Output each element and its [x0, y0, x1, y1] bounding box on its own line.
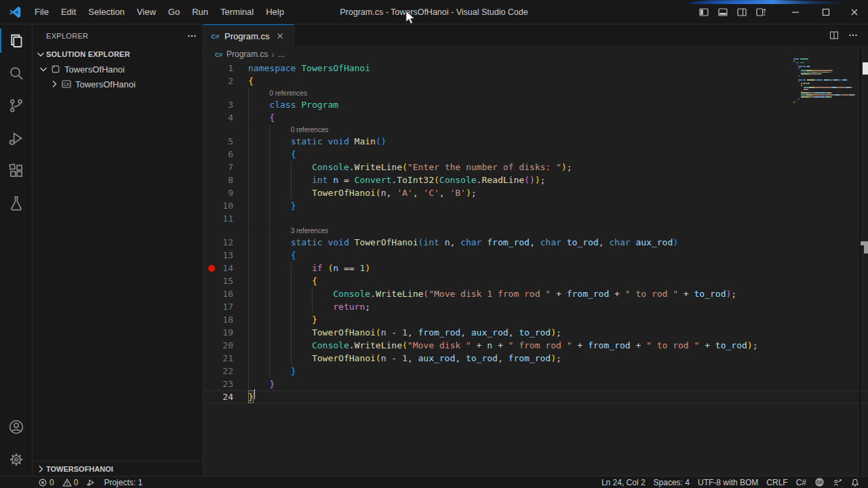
split-editor-icon[interactable]	[825, 24, 844, 47]
code-line-17[interactable]: 17return;	[203, 300, 868, 313]
line-number[interactable]: 12	[203, 236, 233, 249]
code-line-6[interactable]: 6{	[203, 148, 868, 161]
status-notifications[interactable]	[846, 476, 864, 488]
tree-item-towersofhanoi[interactable]: C#TowersOfHanoi	[33, 77, 203, 92]
code-line-18[interactable]: 18}	[203, 313, 868, 326]
line-number[interactable]: 18	[203, 313, 233, 326]
line-number[interactable]: 23	[203, 378, 233, 390]
activity-source-control[interactable]	[0, 89, 33, 122]
line-number[interactable]: 16	[203, 287, 233, 300]
codelens-reference[interactable]: 3 references	[248, 225, 868, 236]
code-line-9[interactable]: 9TowerOfHanoi(n, 'A', 'C', 'B');	[203, 186, 868, 199]
line-number[interactable]: 24	[203, 390, 233, 403]
line-number[interactable]: 1	[203, 62, 233, 75]
section-solution-explorer[interactable]: SOLUTION EXPLORER	[33, 47, 203, 62]
line-number[interactable]: 13	[203, 249, 233, 262]
code-line-1[interactable]: 1namespace TowersOfHanoi	[203, 62, 868, 75]
code-line-20[interactable]: 20Console.WriteLine("Move disk " + n + "…	[203, 339, 868, 352]
activity-run-and-debug[interactable]	[0, 122, 33, 155]
line-number[interactable]: 11	[203, 212, 233, 225]
status-cursor-position[interactable]: Ln 24, Col 2	[597, 476, 650, 488]
codelens-reference[interactable]: 0 references	[248, 87, 868, 98]
tab-close-icon[interactable]	[273, 29, 287, 43]
menu-view[interactable]: View	[131, 3, 162, 21]
indent-guide	[248, 262, 269, 274]
code-line-22[interactable]: 22}	[203, 365, 868, 378]
code-editor[interactable]: 1namespace TowersOfHanoi2{0 references3c…	[203, 62, 868, 403]
code-token: " from rod "	[509, 339, 572, 352]
line-number[interactable]: 8	[203, 174, 233, 186]
activity-settings[interactable]	[0, 443, 33, 476]
status-feedback[interactable]	[829, 476, 846, 488]
status-encoding[interactable]: UTF-8 with BOM	[694, 476, 762, 488]
line-number[interactable]: 7	[203, 161, 233, 174]
code-line-4[interactable]: 4{	[203, 111, 868, 124]
menu-selection[interactable]: Selection	[82, 3, 130, 21]
activity-search[interactable]	[0, 57, 33, 89]
code-line-12[interactable]: 12static void TowerOfHanoi(int n, char f…	[203, 236, 868, 249]
activity-testing[interactable]	[0, 187, 33, 220]
code-line-10[interactable]: 10}	[203, 199, 868, 212]
menu-run[interactable]: Run	[186, 3, 214, 21]
minimap[interactable]	[793, 58, 860, 104]
code-line-3[interactable]: 3class Program	[203, 98, 868, 111]
line-number[interactable]: 3	[203, 98, 233, 111]
line-number[interactable]: 19	[203, 326, 233, 339]
line-number[interactable]: 2	[203, 75, 233, 87]
line-number[interactable]: 9	[203, 186, 233, 199]
codelens-reference[interactable]: 0 references	[248, 124, 868, 135]
more-actions-icon[interactable]	[844, 24, 863, 47]
status-projects[interactable]: Projects: 1	[100, 476, 146, 488]
breadcrumb-file[interactable]: Program.cs	[226, 49, 268, 59]
breakpoint-icon[interactable]	[208, 265, 215, 272]
line-number[interactable]: 5	[203, 135, 233, 148]
activity-extensions[interactable]	[0, 155, 33, 187]
activity-explorer[interactable]	[0, 24, 33, 57]
menu-terminal[interactable]: Terminal	[214, 3, 260, 21]
status-problems-warnings[interactable]: 0	[58, 476, 83, 488]
code-line-15[interactable]: 15{	[203, 274, 868, 287]
code-line-14[interactable]: 14if (n == 1)	[203, 262, 868, 274]
code-line-2[interactable]: 2{	[203, 75, 868, 87]
vscode-logo-icon[interactable]	[8, 5, 22, 19]
line-number[interactable]: 10	[203, 199, 233, 212]
line-number[interactable]: 21	[203, 352, 233, 365]
code-line-5[interactable]: 5static void Main()	[203, 135, 868, 148]
status-debug-status[interactable]	[82, 476, 100, 488]
line-number[interactable]: 6	[203, 148, 233, 161]
menu-help[interactable]: Help	[260, 3, 290, 21]
status-language-mode[interactable]: C#	[792, 476, 810, 488]
status-csharp-project-status[interactable]: C#	[810, 476, 829, 488]
code-line-19[interactable]: 19TowerOfHanoi(n - 1, from_rod, aux_rod,…	[203, 326, 868, 339]
code-token: (	[402, 161, 408, 174]
code-line-8[interactable]: 8int n = Convert.ToInt32(Console.ReadLin…	[203, 174, 868, 186]
tree-item-towersofhanoi[interactable]: TowersOfHanoi	[33, 62, 203, 77]
status-problems-errors[interactable]: 0	[34, 476, 58, 488]
indent-guide	[248, 287, 269, 300]
explorer-header: EXPLORER	[33, 24, 203, 47]
code-line-13[interactable]: 13{	[203, 249, 868, 262]
breadcrumb-symbol[interactable]: ...	[278, 49, 285, 59]
tab-program-cs[interactable]: C# Program.cs	[203, 24, 294, 47]
code-line-23[interactable]: 23}	[203, 378, 868, 390]
code-line-21[interactable]: 21TowerOfHanoi(n - 1, aux_rod, to_rod, f…	[203, 352, 868, 365]
status-indentation[interactable]: Spaces: 4	[650, 476, 694, 488]
line-number[interactable]: 22	[203, 365, 233, 378]
text-cursor	[254, 389, 256, 399]
menu-file[interactable]: File	[28, 3, 55, 21]
code-line-16[interactable]: 16Console.WriteLine("Move disk 1 from ro…	[203, 287, 868, 300]
status-eol-sequence[interactable]: CRLF	[762, 476, 791, 488]
line-number[interactable]: 20	[203, 339, 233, 352]
section-towersofhanoi[interactable]: TOWERSOFHANOI	[33, 461, 203, 476]
code-line-11[interactable]: 11	[203, 212, 868, 225]
menu-go[interactable]: Go	[162, 3, 186, 21]
code-line-7[interactable]: 7Console.WriteLine("Enter the number of …	[203, 161, 868, 174]
line-number[interactable]: 17	[203, 300, 233, 313]
menu-edit[interactable]: Edit	[55, 3, 82, 21]
code-line-24[interactable]: 24}	[203, 390, 868, 403]
close-button[interactable]	[841, 0, 868, 24]
line-number[interactable]: 4	[203, 111, 233, 124]
line-number[interactable]: 15	[203, 274, 233, 287]
activity-accounts[interactable]	[0, 411, 33, 443]
explorer-actions-icon[interactable]	[186, 30, 197, 41]
